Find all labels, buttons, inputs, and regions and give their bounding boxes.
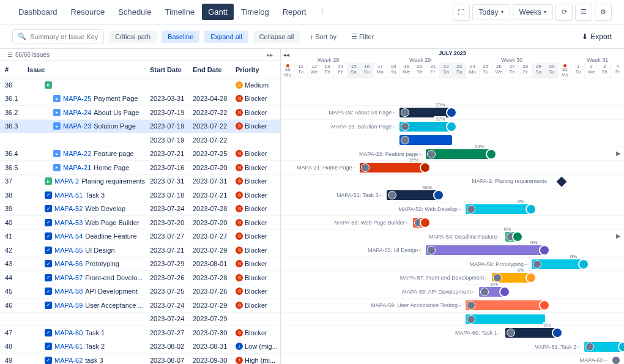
bar-end-marker[interactable] — [499, 286, 510, 297]
table-row[interactable]: 36.4▸MAPA-22Feature page2023-07-212023-0… — [0, 147, 280, 162]
gantt-row[interactable] — [281, 216, 624, 230]
bar-end-marker[interactable] — [446, 121, 457, 132]
table-row[interactable]: 41✓MAPA-54Deadline Feature2023-07-272023… — [0, 230, 280, 244]
bar-end-marker[interactable] — [512, 231, 523, 242]
gantt-bar[interactable]: MAPA-61: Task 2← — [584, 342, 624, 352]
assignee-avatar[interactable] — [585, 343, 594, 351]
table-row[interactable]: 48✓MAPA-61Task 22023-08-022023-08-31↓Low… — [0, 340, 280, 354]
gantt-bar[interactable]: MAPA-22: Feature page←34% — [426, 149, 492, 159]
issue-key[interactable]: MAPA-62 — [54, 357, 83, 364]
issue-key[interactable]: MAPA-2 — [54, 177, 79, 185]
gantt-bar[interactable]: MAPA-55: UI Design←0% — [426, 245, 544, 255]
col-number[interactable]: # — [0, 66, 28, 73]
scroll-right-icon[interactable]: ▶ — [616, 150, 621, 157]
more-menu-icon[interactable]: ⋮ — [315, 6, 329, 18]
assignee-avatar[interactable] — [467, 301, 475, 310]
gantt-bar[interactable]: MAPA-58: API Development←0% — [479, 287, 505, 297]
issue-key[interactable]: MAPA-53 — [54, 219, 83, 226]
table-row[interactable]: 36.2▸MAPA-24About Us Page2023-07-192023-… — [0, 106, 280, 120]
issue-key[interactable]: MAPA-52 — [54, 205, 83, 212]
issue-key[interactable]: MAPA-59 — [54, 302, 83, 309]
today-button[interactable]: Today▾ — [472, 4, 510, 20]
issue-key[interactable]: MAPA-55 — [54, 247, 83, 254]
issue-key[interactable]: MAPA-22 — [63, 150, 91, 157]
issue-key[interactable]: MAPA-24 — [63, 109, 91, 116]
gantt-bar[interactable]: MAPA-54: Deadline Feature←0% — [505, 232, 519, 242]
gear-icon[interactable]: ⚙ — [595, 4, 612, 21]
tab-gantt[interactable]: Gantt — [202, 4, 234, 20]
sync-icon[interactable]: ⟳ — [555, 4, 573, 21]
assignee-avatar[interactable] — [427, 150, 436, 158]
assignee-avatar[interactable] — [401, 108, 409, 117]
assignee-avatar[interactable] — [388, 191, 396, 199]
baseline-button[interactable]: Baseline — [162, 31, 199, 43]
tab-resource[interactable]: Resource — [65, 4, 111, 20]
bar-end-marker[interactable] — [539, 245, 550, 256]
table-row[interactable]: 36.3▸MAPA-23Solution Page2023-07-192023-… — [0, 120, 280, 134]
issue-key[interactable]: MAPA-57 — [54, 274, 83, 281]
collapse-all-button[interactable]: Collapse all — [253, 31, 300, 43]
gantt-row[interactable] — [281, 326, 624, 340]
bar-end-marker[interactable] — [539, 300, 550, 311]
col-end[interactable]: End Date — [193, 66, 236, 73]
table-row[interactable]: 2023-07-242023-07-29 — [0, 313, 280, 327]
assignee-avatar[interactable] — [401, 122, 409, 131]
gantt-bar[interactable]: MAPA-51: Task 3←46% — [387, 190, 439, 200]
scroll-right-icon[interactable]: ▶ — [616, 232, 621, 239]
bar-end-marker[interactable] — [618, 341, 624, 352]
gantt-row[interactable] — [281, 313, 624, 327]
tab-timelog[interactable]: Timelog — [235, 4, 275, 20]
table-row[interactable]: 38✓MAPA-51Task 32023-07-182023-07-21⦸Blo… — [0, 188, 280, 202]
assignee-avatar[interactable] — [427, 246, 436, 254]
fullscreen-icon[interactable]: ⛶ — [453, 4, 470, 21]
issue-key[interactable]: MAPA-56 — [54, 260, 83, 267]
gantt-row[interactable] — [281, 92, 624, 106]
bar-end-marker[interactable] — [578, 259, 589, 270]
tab-timeline[interactable]: Timeline — [158, 4, 201, 20]
gantt-bar[interactable]: MAPA-60: Task 1←0% — [505, 328, 558, 338]
table-row[interactable]: 2023-07-192023-07-22 — [0, 133, 280, 147]
assignee-avatar[interactable] — [361, 163, 370, 172]
table-row[interactable]: 47✓MAPA-60Task 12023-07-272023-07-30⦸Blo… — [0, 326, 280, 340]
gantt-bar[interactable]: MAPA-62← — [611, 355, 624, 364]
table-row[interactable]: 40✓MAPA-53Web Page Builder2023-07-202023… — [0, 216, 280, 230]
col-start[interactable]: Start Date — [150, 66, 193, 73]
col-priority[interactable]: Priority — [236, 66, 278, 73]
col-issue[interactable]: Issue — [28, 66, 150, 73]
gantt-bar[interactable] — [466, 314, 544, 324]
bar-end-marker[interactable] — [433, 190, 444, 201]
assignee-avatar[interactable] — [612, 356, 620, 364]
assignee-avatar[interactable] — [401, 136, 409, 144]
bar-end-marker[interactable] — [526, 204, 537, 215]
table-row[interactable]: 43✓MAPA-56Prototyping2023-07-292023-08-0… — [0, 258, 280, 272]
sort-by-button[interactable]: ↕Sort by — [305, 31, 341, 43]
table-row[interactable]: 36.5▸MAPA-21Home Page2023-07-162023-07-2… — [0, 161, 280, 175]
table-row[interactable]: 36▸=Medium — [0, 78, 280, 92]
gantt-row[interactable] — [281, 133, 624, 147]
issue-key[interactable]: MAPA-21 — [63, 164, 91, 171]
table-row[interactable]: 46✓MAPA-59User Acceptance ...2023-07-242… — [0, 299, 280, 313]
assignee-avatar[interactable] — [467, 315, 475, 324]
tab-schedule[interactable]: Schedule — [112, 4, 157, 20]
table-row[interactable]: 44✓MAPA-57Front-end Develo...2023-07-262… — [0, 271, 280, 285]
issue-key[interactable]: MAPA-54 — [54, 232, 83, 240]
critical-path-button[interactable]: Critical path — [109, 31, 157, 43]
expand-all-button[interactable]: Expand all — [204, 31, 248, 43]
table-row[interactable]: 37▸MAPA-2Planing requirements2023-07-312… — [0, 175, 280, 189]
table-row[interactable]: 42✓MAPA-55UI Design2023-07-212023-07-29⦸… — [0, 243, 280, 258]
table-row[interactable]: 49✓MAPA-62task 32023-08-072023-09-30↑Hig… — [0, 354, 280, 364]
issue-key[interactable]: MAPA-51 — [54, 191, 83, 199]
table-row[interactable]: 39✓MAPA-52Web Develop2023-07-242023-07-2… — [0, 202, 280, 217]
table-row[interactable]: 36.1▸MAPA-25Payment Page2023-03-312023-0… — [0, 92, 280, 106]
gantt-bar[interactable]: MAPA-52: Web Develop←0% — [466, 204, 532, 214]
gantt-row[interactable] — [281, 175, 624, 189]
settings-sliders-icon[interactable]: ☰ — [575, 4, 592, 21]
gantt-bar[interactable]: MAPA-59: User Acceptance Testing← — [466, 300, 544, 310]
issue-key[interactable]: MAPA-61 — [54, 343, 83, 350]
gantt-bar[interactable]: MAPA-23: Solution Page←32% — [399, 122, 452, 132]
gantt-bar[interactable]: MAPA-56: Prototyping←0% — [532, 259, 584, 269]
assignee-avatar[interactable] — [467, 205, 475, 214]
gantt-bar[interactable]: MAPA-21: Home Page←35% — [360, 163, 426, 173]
collapse-pane-icon[interactable]: ▸▸ — [267, 51, 273, 58]
tab-report[interactable]: Report — [277, 4, 313, 20]
